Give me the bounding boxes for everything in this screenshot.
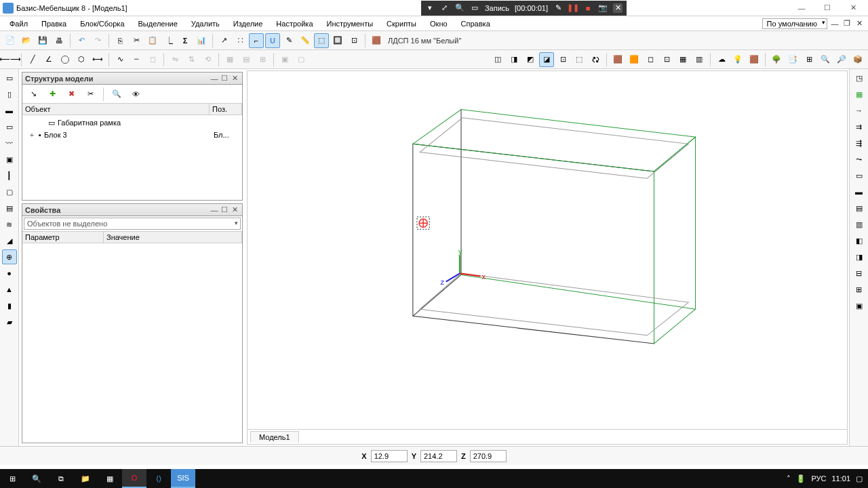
spline-icon[interactable]: ∿: [113, 52, 127, 67]
zoom-window-icon[interactable]: ⊡: [347, 33, 361, 48]
panel-rect-icon[interactable]: ▭: [2, 70, 17, 85]
tree-find-icon[interactable]: 🔍: [108, 86, 125, 102]
render-icon[interactable]: ☁: [714, 52, 729, 67]
view-front-icon[interactable]: ◫: [490, 52, 505, 67]
polygon-icon[interactable]: ⬡: [74, 52, 89, 67]
menu-help[interactable]: Справка: [456, 18, 496, 29]
panel-minimize-icon[interactable]: —: [210, 74, 219, 83]
new-file-icon[interactable]: 📄: [3, 33, 18, 48]
col-object[interactable]: Объект: [22, 104, 210, 115]
tree-icon[interactable]: 🌳: [769, 52, 784, 67]
r-arrow1-icon[interactable]: →: [852, 103, 867, 118]
panel-active-icon[interactable]: ⊕: [2, 249, 17, 264]
col-position[interactable]: Поз.: [210, 104, 242, 115]
search-icon[interactable]: 🔍: [818, 52, 833, 67]
ruler-icon[interactable]: 📏: [298, 33, 313, 48]
panel-edge-icon[interactable]: ◢: [2, 233, 17, 248]
shade2-icon[interactable]: 🟧: [627, 52, 642, 67]
menu-settings[interactable]: Настройка: [271, 18, 318, 29]
rec-camera-icon[interactable]: 📷: [598, 3, 608, 13]
viewport-3d[interactable]: x y z Модель1: [247, 70, 848, 445]
ungroup-icon[interactable]: ▢: [294, 52, 309, 67]
texture-icon[interactable]: 🟫: [747, 52, 762, 67]
r-box8-icon[interactable]: ⊞: [852, 282, 867, 297]
panel-curve-icon[interactable]: 〰: [2, 136, 17, 150]
snap-corner-icon[interactable]: ⌐: [249, 33, 264, 48]
panel-divider-icon[interactable]: ┃: [2, 168, 17, 183]
mdi-minimize-icon[interactable]: —: [830, 19, 840, 28]
rec-stop-icon[interactable]: ■: [583, 3, 593, 13]
panel-flat-icon[interactable]: ▭: [2, 119, 17, 134]
shade1-icon[interactable]: 🟫: [610, 52, 625, 67]
r-box3-icon[interactable]: ▤: [852, 201, 867, 216]
system-tray[interactable]: ˄ 🔋 РУС 11:01 ▢: [787, 474, 868, 483]
panel-close-icon[interactable]: ✕: [230, 205, 239, 215]
menu-select[interactable]: Выделение: [133, 18, 183, 29]
r-arrow3-icon[interactable]: ⇶: [852, 136, 867, 150]
tree-remove-icon[interactable]: ✖: [63, 86, 79, 102]
wire3-icon[interactable]: ▦: [675, 52, 690, 67]
menu-file[interactable]: Файл: [4, 18, 33, 29]
r-arrow2-icon[interactable]: ⇉: [852, 119, 867, 134]
tree-row[interactable]: + ▪ Блок 3 Бл...: [24, 129, 241, 141]
x-input[interactable]: [371, 450, 408, 462]
taskview-button[interactable]: ⧉: [49, 469, 73, 488]
start-button[interactable]: ⊞: [0, 469, 24, 488]
print-icon[interactable]: 🖶: [52, 33, 66, 48]
menu-scripts[interactable]: Скрипты: [381, 18, 422, 29]
view-cube-icon[interactable]: ⬚: [572, 52, 587, 67]
flip-v-icon[interactable]: ⇅: [184, 52, 199, 67]
tree-add-icon[interactable]: ✚: [44, 86, 60, 102]
panel-vert-icon[interactable]: ▯: [2, 87, 17, 102]
tree-expand-icon[interactable]: ↘: [25, 86, 41, 102]
r-box6-icon[interactable]: ◨: [852, 249, 867, 264]
flip-h-icon[interactable]: ⇋: [167, 52, 182, 67]
paste-icon[interactable]: 📋: [145, 33, 160, 48]
panel-box-icon[interactable]: ▰: [2, 314, 17, 329]
panel-drawer-icon[interactable]: ▤: [2, 201, 17, 216]
tree-tools-icon[interactable]: ✂: [82, 86, 98, 102]
col-parameter[interactable]: Параметр: [22, 232, 104, 243]
properties-selection-combo[interactable]: Объектов не выделено: [24, 218, 241, 230]
rec-dropdown-icon[interactable]: ▾: [425, 3, 435, 13]
tab-model1[interactable]: Модель1: [250, 431, 299, 443]
r-box1-icon[interactable]: ▭: [852, 168, 867, 183]
app1-icon[interactable]: ▦: [98, 469, 122, 488]
layers-icon[interactable]: 📑: [785, 52, 800, 67]
r-box4-icon[interactable]: ▥: [852, 217, 867, 232]
open-file-icon[interactable]: 📂: [19, 33, 34, 48]
axis-icon[interactable]: ↗: [216, 33, 231, 48]
tree-expand[interactable]: +: [28, 131, 36, 139]
panel-fabric-icon[interactable]: ≋: [2, 217, 17, 232]
r-arrow4-icon[interactable]: ⤳: [852, 152, 867, 167]
zoom-icon[interactable]: 🔎: [834, 52, 849, 67]
align-icon[interactable]: ⎿: [161, 33, 176, 48]
layout-combo[interactable]: По умолчанию: [762, 18, 827, 29]
magnet-icon[interactable]: U: [265, 33, 280, 48]
menu-tools[interactable]: Инструменты: [321, 18, 379, 29]
search-button[interactable]: 🔍: [24, 469, 49, 488]
menu-window[interactable]: Окно: [425, 18, 453, 29]
panel-cylinder-icon[interactable]: ▮: [2, 298, 17, 313]
zoom-extents-icon[interactable]: 🔲: [330, 33, 345, 48]
tray-notif-icon[interactable]: ▢: [856, 474, 863, 483]
panel-maximize-icon[interactable]: ☐: [220, 205, 229, 215]
view-back-icon[interactable]: ◩: [523, 52, 538, 67]
menu-block[interactable]: Блок/Сборка: [75, 18, 130, 29]
panel-cone-icon[interactable]: ▲: [2, 282, 17, 297]
tray-battery-icon[interactable]: 🔋: [796, 474, 806, 483]
circle-icon[interactable]: [58, 52, 73, 67]
minimize-button[interactable]: —: [789, 1, 814, 15]
redo-icon[interactable]: ↷: [90, 33, 105, 48]
array-h-icon[interactable]: ▦: [222, 52, 237, 67]
box-tool-icon[interactable]: ◻: [145, 52, 160, 67]
dash-icon[interactable]: ┄: [129, 52, 144, 67]
rec-resize-icon[interactable]: ⤢: [440, 3, 450, 13]
rec-search-icon[interactable]: 🔍: [455, 3, 465, 13]
r-box2-icon[interactable]: ▬: [852, 184, 867, 199]
r-group-icon[interactable]: ▦: [852, 87, 867, 102]
tray-time[interactable]: 11:01: [831, 474, 850, 483]
select-mode-icon[interactable]: ⬚: [314, 33, 329, 48]
panel-frame-icon[interactable]: ▣: [2, 152, 17, 167]
mdi-restore-icon[interactable]: ❐: [842, 19, 852, 28]
